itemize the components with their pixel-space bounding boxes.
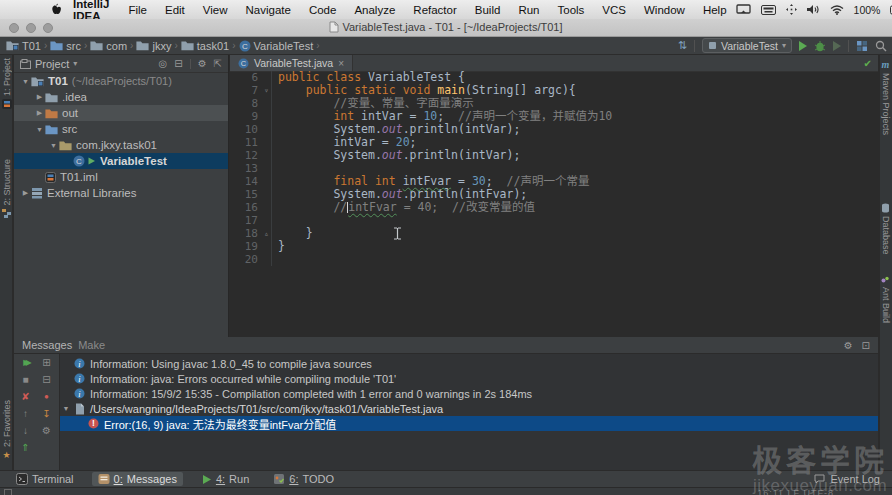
menu-item-build[interactable]: Build [466,4,510,16]
toolbar-toggle-icon[interactable] [4,489,12,495]
tree-expanded-icon[interactable]: ▼ [62,405,70,412]
navigation-bar: T01›src›com›jkxy›task01›CVariableTest› ⇅… [0,37,892,55]
code-line-16[interactable]: 16 //intFvar = 40; //改变常量的值 [230,201,878,214]
menu-item-vcs[interactable]: VCS [593,4,635,16]
dock-panel-button[interactable]: ⊡ [862,340,870,351]
tree-item-out[interactable]: ▶out [14,105,228,121]
pause-button[interactable]: ■ [22,375,28,385]
tool-window-button-todo[interactable]: 6: TODO [267,472,340,486]
tree-expanded-icon[interactable]: ▼ [20,78,31,85]
collapse-all-button[interactable]: ⊟ [42,375,50,385]
menu-item-tools[interactable]: Tools [548,4,593,16]
run-with-coverage-button[interactable] [833,41,841,51]
close-icon[interactable]: × [338,58,344,69]
fold-close-icon[interactable]: ▵ [262,227,272,240]
breadcrumb-item-jkxy[interactable]: jkxy [136,40,171,52]
run-button[interactable] [799,41,807,51]
fold-gutter [262,162,272,175]
volume-icon[interactable] [807,4,820,15]
tool-window-button-messages[interactable]: 0: Messages [92,472,183,486]
code-line-19[interactable]: 19} [230,240,878,253]
tree-collapsed-icon[interactable]: ▶ [20,189,31,197]
export-to-file-button[interactable]: ⇑ [21,443,29,453]
editor-tab-variabletest[interactable]: C VariableTest.java × [230,55,353,71]
chevron-down-icon[interactable]: ▾ [73,59,77,68]
tool-window-button-terminal[interactable]: Terminal [10,472,80,486]
wifi-icon[interactable] [830,5,844,15]
menu-item-view[interactable]: View [194,4,237,16]
alerts-icon[interactable]: ● [44,392,49,402]
search-everywhere-button[interactable] [875,40,887,52]
tree-item-external-libraries[interactable]: ▶External Libraries [14,185,228,201]
next-message-button[interactable]: ↓ [23,426,28,436]
window-titlebar[interactable]: VariableTest.java - T01 - [~/IdeaProject… [0,19,892,37]
tool-button-project[interactable]: 1: Project [0,58,13,109]
apple-logo-icon[interactable] [50,3,63,17]
breadcrumb-item-src[interactable]: src [50,40,81,52]
message-row-err[interactable]: !Error:(16, 9) java: 无法为最终变量intFvar分配值 [60,416,878,431]
tree-item-com-jkxy-task01[interactable]: ▼com.jkxy.task01 [14,137,228,153]
menu-item-edit[interactable]: Edit [156,4,194,16]
breadcrumb-item-t01[interactable]: T01 [6,40,41,52]
tree-item-src[interactable]: ▼src [14,121,228,137]
tree-collapsed-icon[interactable]: ▶ [34,109,45,117]
tool-button-database[interactable]: Database [879,203,892,255]
close-panel-button[interactable]: ✘ [21,392,29,402]
code-line-18[interactable]: 18▵ } [230,227,878,240]
menu-item-code[interactable]: Code [300,4,346,16]
tree-item-t01[interactable]: ▼T01(~/IdeaProjects/T01) [14,73,228,89]
message-row-info[interactable]: iInformation: 15/9/2 15:35 - Compilation… [60,386,878,401]
display-mirroring-icon[interactable] [736,4,751,15]
settings-gear-button[interactable]: ⚙ [844,340,853,351]
tool-button-favorites[interactable]: 2: Favorites ★ [0,400,13,460]
code-token: = 40; //改变常量的值 [397,200,535,214]
export-import-button[interactable]: ↧ [42,409,50,419]
menu-item-navigate[interactable]: Navigate [237,4,300,16]
filter-settings-button[interactable]: ⚙ [42,426,51,436]
accessibility-icon[interactable] [786,4,797,15]
tree-collapsed-icon[interactable]: ▶ [34,93,45,101]
code-line-12[interactable]: 12 System.out.println(intVar); [230,149,878,162]
breadcrumb-item-com[interactable]: com [90,40,127,52]
menu-item-analyze[interactable]: Analyze [345,4,404,16]
rerun-build-button[interactable]: ▶▶ [23,358,27,368]
fold-open-icon[interactable]: ▿ [262,84,272,97]
locate-file-button[interactable]: ◎ [159,58,168,69]
project-structure-button[interactable] [856,40,868,52]
tree-expanded-icon[interactable]: ▼ [34,126,45,133]
hide-panel-button[interactable]: ⇱ [214,58,222,69]
message-row-info[interactable]: iInformation: Using javac 1.8.0_45 to co… [60,356,878,371]
menu-item-window[interactable]: Window [635,4,694,16]
code-line-17[interactable]: 17 [230,214,878,227]
project-panel-title[interactable]: Project [35,58,69,70]
settings-gear-button[interactable]: ⚙ [198,58,207,69]
editor-tabbar: C VariableTest.java × [230,55,878,72]
collapse-all-button[interactable]: ⊟ [174,58,182,69]
code-area[interactable]: 6public class VariableTest {7▿ public st… [230,71,878,337]
keyboard-icon[interactable] [761,5,776,15]
sync-icon[interactable]: ⇅ [678,39,687,52]
tree-item-variabletest[interactable]: CVariableTest [14,153,228,169]
tool-button-ant[interactable]: Ant Build [879,275,892,323]
tool-window-button-run[interactable]: 4: Run [195,472,255,486]
menu-item-refactor[interactable]: Refactor [404,4,465,16]
inspection-status-icon[interactable]: ✔ [864,58,872,69]
debug-button[interactable] [814,40,826,52]
event-log-button[interactable]: Event Log [814,473,882,485]
breadcrumb-item-variabletest[interactable]: CVariableTest [239,40,314,52]
code-line-20[interactable]: 20 [230,253,878,266]
message-row-info[interactable]: iInformation: java: Errors occurred whil… [60,371,878,386]
breadcrumb-item-task01[interactable]: task01 [181,40,229,52]
menu-item-run[interactable]: Run [509,4,548,16]
tool-button-maven[interactable]: m Maven Projects [879,59,892,135]
tree-item--idea[interactable]: ▶.idea [14,89,228,105]
previous-message-button[interactable]: ↑ [23,409,28,419]
tree-expanded-icon[interactable]: ▼ [48,142,59,149]
menu-item-help[interactable]: Help [694,4,736,16]
tree-item-t01-iml[interactable]: T01.iml [14,169,228,185]
expand-all-button[interactable]: ⊞ [42,358,50,368]
menu-item-file[interactable]: File [119,4,156,16]
run-configuration-select[interactable]: VariableTest ▾ [702,38,792,53]
tool-button-structure[interactable]: 2: Structure [0,159,13,218]
message-row-file[interactable]: ▼/Users/wangning/IdeaProjects/T01/src/co… [60,401,878,416]
